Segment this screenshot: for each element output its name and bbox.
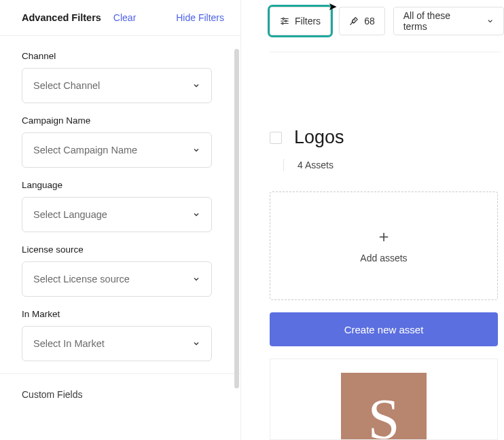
sidebar-title: Advanced Filters	[22, 12, 101, 23]
section-header: Logos	[241, 52, 504, 148]
campaign-name-select[interactable]: Select Campaign Name	[22, 132, 212, 168]
sidebar-header: Advanced Filters Clear Hide Filters	[0, 0, 240, 35]
filter-field-in-market: In Market Select In Market	[22, 309, 219, 361]
sidebar-scrollbar[interactable]	[234, 49, 239, 388]
select-all-checkbox[interactable]	[270, 132, 282, 144]
asset-thumbnail[interactable]: S	[270, 359, 498, 440]
field-label: Channel	[22, 51, 219, 61]
cards-area: ＋ Add assets Create new asset S	[241, 171, 504, 440]
clear-filters-link[interactable]: Clear	[113, 12, 136, 23]
hide-filters-link[interactable]: Hide Filters	[176, 12, 224, 23]
create-new-asset-label: Create new asset	[344, 324, 424, 335]
terms-label: All of these terms	[403, 10, 473, 32]
in-market-select[interactable]: Select In Market	[22, 326, 212, 361]
filter-field-language: Language Select Language	[22, 180, 219, 232]
channel-select[interactable]: Select Channel	[22, 68, 212, 103]
svg-point-1	[283, 18, 284, 19]
chevron-down-icon	[192, 210, 200, 219]
filter-field-license-source: License source Select License source	[22, 244, 219, 297]
add-assets-card[interactable]: ＋ Add assets	[270, 191, 498, 300]
select-placeholder: Select Channel	[33, 80, 100, 91]
pin-count-label: 68	[364, 16, 375, 26]
field-label: Language	[22, 180, 219, 190]
custom-fields-label: Custom Fields	[22, 389, 82, 400]
field-label: License source	[22, 244, 219, 255]
sliders-icon	[280, 16, 289, 26]
language-select[interactable]: Select Language	[22, 197, 212, 232]
filter-field-channel: Channel Select Channel	[22, 51, 219, 103]
chevron-down-icon	[486, 17, 494, 25]
svg-line-6	[350, 22, 353, 24]
svg-point-3	[285, 20, 287, 22]
pin-icon	[349, 16, 359, 26]
main-content: Filters ➤ 68 All of these terms Logos 4 …	[241, 0, 504, 440]
logo-tile: S	[341, 373, 427, 440]
chevron-down-icon	[192, 81, 200, 90]
plus-icon: ＋	[376, 228, 392, 244]
field-label: In Market	[22, 309, 219, 319]
filters-button-label: Filters	[295, 16, 321, 26]
custom-fields-section: Custom Fields	[0, 373, 240, 415]
select-placeholder: Select In Market	[33, 338, 105, 349]
chevron-down-icon	[192, 146, 200, 154]
license-source-select[interactable]: Select License source	[22, 261, 212, 297]
svg-point-5	[282, 22, 283, 24]
vertical-divider	[283, 159, 284, 171]
create-new-asset-button[interactable]: Create new asset	[270, 312, 498, 346]
advanced-filters-sidebar: Advanced Filters Clear Hide Filters Chan…	[0, 0, 241, 440]
select-placeholder: Select Campaign Name	[33, 145, 137, 155]
pin-count-button[interactable]: 68	[339, 7, 385, 35]
chevron-down-icon	[192, 275, 200, 283]
field-label: Campaign Name	[22, 115, 219, 126]
logo-letter: S	[368, 391, 400, 440]
section-title: Logos	[294, 127, 344, 148]
terms-dropdown[interactable]: All of these terms	[393, 7, 504, 35]
chevron-down-icon	[192, 340, 200, 348]
select-placeholder: Select Language	[33, 209, 107, 220]
add-assets-label: Add assets	[360, 253, 407, 263]
asset-count-row: 4 Assets	[241, 148, 504, 171]
filters-list: Channel Select Channel Campaign Name Sel…	[0, 35, 240, 440]
filter-field-campaign-name: Campaign Name Select Campaign Name	[22, 115, 219, 168]
asset-count: 4 Assets	[298, 160, 334, 170]
filters-button[interactable]: Filters	[270, 7, 331, 35]
select-placeholder: Select License source	[33, 274, 130, 285]
toolbar: Filters ➤ 68 All of these terms	[241, 7, 504, 35]
